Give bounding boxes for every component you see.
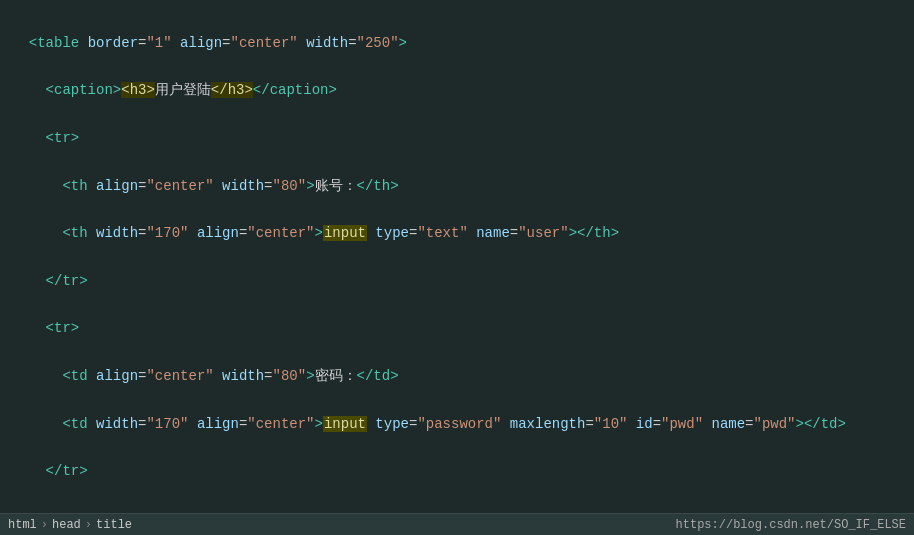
code-line-8: <td align="center" width="80">密码：</td> <box>12 365 902 389</box>
status-bar: html › head › title https://blog.csdn.ne… <box>0 513 914 535</box>
code-line-5: <th width="170" align="center">input typ… <box>12 222 902 246</box>
url-label: https://blog.csdn.net/SO_IF_ELSE <box>676 518 906 532</box>
code-line-1: <table border="1" align="center" width="… <box>12 32 902 56</box>
code-line-3: <tr> <box>12 127 902 151</box>
code-editor: <table border="1" align="center" width="… <box>0 0 914 535</box>
breadcrumb-sep-1: › <box>41 518 48 532</box>
code-line-4: <th align="center" width="80">账号：</th> <box>12 175 902 199</box>
breadcrumb-head: head <box>52 518 81 532</box>
code-line-2: <caption><h3>用户登陆</h3></caption> <box>12 79 902 103</box>
breadcrumb-sep-2: › <box>85 518 92 532</box>
code-line-7: <tr> <box>12 317 902 341</box>
breadcrumb-html: html <box>8 518 37 532</box>
code-line-6: </tr> <box>12 270 902 294</box>
breadcrumb-title: title <box>96 518 132 532</box>
code-line-10: </tr> <box>12 460 902 484</box>
breadcrumb: html › head › title <box>8 518 132 532</box>
code-line-9: <td width="170" align="center">input typ… <box>12 413 902 437</box>
